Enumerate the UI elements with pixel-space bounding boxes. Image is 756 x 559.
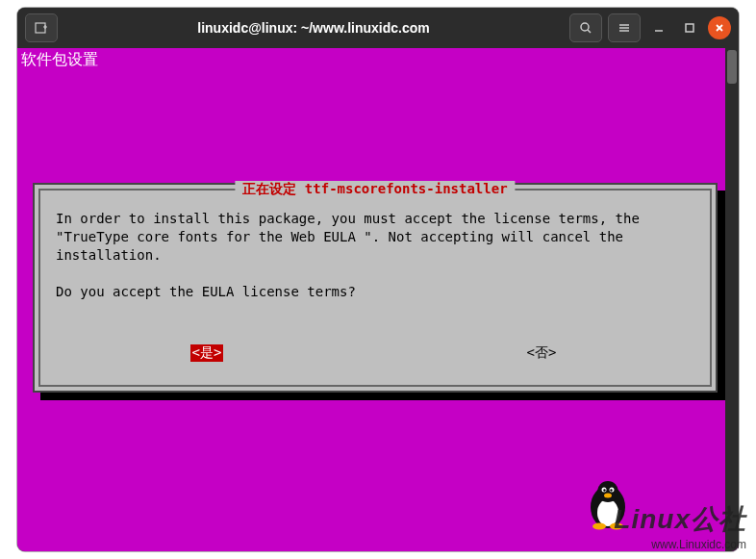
new-tab-button[interactable] bbox=[25, 13, 58, 42]
titlebar-left bbox=[25, 13, 58, 42]
dialog-buttons: <是> <否> bbox=[40, 344, 710, 362]
titlebar-right bbox=[569, 13, 731, 42]
terminal-body: 软件包设置 正在设定 ttf-mscorefonts-installer In … bbox=[17, 48, 739, 551]
svg-rect-0 bbox=[36, 23, 45, 33]
dialog-border: 正在设定 ttf-mscorefonts-installer In order … bbox=[38, 189, 712, 387]
close-icon bbox=[712, 20, 727, 36]
search-icon bbox=[578, 20, 593, 36]
hamburger-icon bbox=[617, 20, 632, 36]
dialog-text-1: In order to install this package, you mu… bbox=[56, 210, 694, 265]
new-tab-icon bbox=[34, 20, 49, 36]
svg-line-4 bbox=[588, 30, 591, 33]
close-button[interactable] bbox=[708, 16, 731, 39]
scrollbar[interactable] bbox=[725, 48, 739, 551]
minimize-icon bbox=[651, 20, 667, 36]
svg-point-3 bbox=[581, 23, 589, 31]
minimize-button[interactable] bbox=[646, 15, 671, 40]
titlebar: linuxidc@linux: ~/www.linuxidc.com bbox=[17, 8, 739, 48]
dialog-title: 正在设定 ttf-mscorefonts-installer bbox=[235, 181, 515, 198]
package-config-header: 软件包设置 bbox=[21, 50, 98, 70]
window-title: linuxidc@linux: ~/www.linuxidc.com bbox=[65, 20, 562, 36]
terminal-window: linuxidc@linux: ~/www.linuxidc.com bbox=[17, 8, 739, 551]
menu-button[interactable] bbox=[608, 13, 641, 42]
debconf-dialog: 正在设定 ttf-mscorefonts-installer In order … bbox=[33, 183, 718, 393]
search-button[interactable] bbox=[569, 13, 602, 42]
dialog-content: In order to install this package, you mu… bbox=[40, 191, 710, 300]
svg-rect-9 bbox=[686, 24, 693, 32]
no-button[interactable]: <否> bbox=[523, 344, 561, 362]
dialog-text-2: Do you accept the EULA license terms? bbox=[56, 283, 694, 301]
yes-button[interactable]: <是> bbox=[190, 344, 224, 362]
maximize-button[interactable] bbox=[677, 15, 702, 40]
maximize-icon bbox=[682, 20, 697, 36]
scrollbar-thumb[interactable] bbox=[727, 50, 737, 84]
